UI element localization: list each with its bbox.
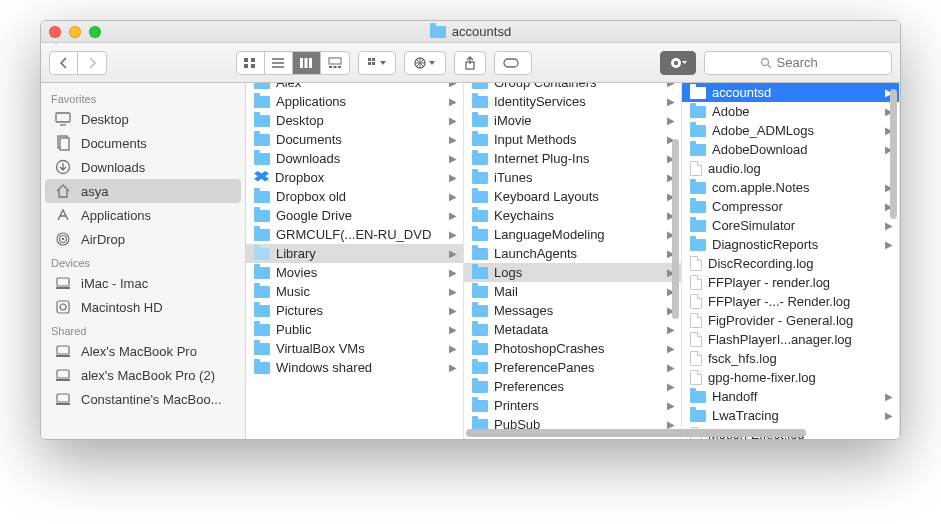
list-item[interactable]: Desktop▶ — [246, 111, 463, 130]
arrange-button[interactable] — [359, 52, 395, 74]
list-item[interactable]: iMovie▶ — [464, 111, 681, 130]
folder-icon — [472, 381, 488, 393]
list-item[interactable]: CoreSimulator▶ — [682, 216, 899, 235]
search-input[interactable] — [777, 55, 837, 70]
list-item[interactable]: Dropbox▶ — [246, 168, 463, 187]
folder-icon — [254, 343, 270, 355]
vertical-scrollbar[interactable] — [890, 89, 897, 425]
list-item[interactable]: gpg-home-fixer.log — [682, 368, 899, 387]
search-icon — [760, 57, 772, 69]
list-item[interactable]: IdentityServices▶ — [464, 92, 681, 111]
list-item[interactable]: Handoff▶ — [682, 387, 899, 406]
folder-icon — [472, 134, 488, 146]
list-item[interactable]: Adobe_ADMLogs▶ — [682, 121, 899, 140]
list-item[interactable]: FFPlayer -...- Render.log — [682, 292, 899, 311]
list-item[interactable]: Windows shared▶ — [246, 358, 463, 377]
back-button[interactable] — [50, 52, 78, 74]
list-item[interactable]: Music▶ — [246, 282, 463, 301]
list-item[interactable]: DiagnosticReports▶ — [682, 235, 899, 254]
sidebar-item-imac-imac[interactable]: iMac - Imac — [41, 271, 245, 295]
sidebar-item-macintosh-hd[interactable]: Macintosh HD — [41, 295, 245, 319]
zoom-button[interactable] — [89, 26, 101, 38]
list-item[interactable]: Internet Plug-Ins▶ — [464, 149, 681, 168]
svg-rect-25 — [56, 113, 70, 122]
list-item[interactable]: Downloads▶ — [246, 149, 463, 168]
svg-rect-2 — [244, 64, 248, 68]
view-list-button[interactable] — [265, 52, 293, 74]
horizontal-scrollbar[interactable] — [456, 429, 890, 437]
list-item[interactable]: Applications▶ — [246, 92, 463, 111]
list-item[interactable]: PreferencePanes▶ — [464, 358, 681, 377]
list-item[interactable]: Public▶ — [246, 320, 463, 339]
list-item[interactable]: Messages▶ — [464, 301, 681, 320]
list-item[interactable]: Input Methods▶ — [464, 130, 681, 149]
list-item[interactable]: VirtualBox VMs▶ — [246, 339, 463, 358]
list-item[interactable]: Pictures▶ — [246, 301, 463, 320]
action-menu-button[interactable] — [405, 52, 445, 74]
list-item[interactable]: PhotoshopCrashes▶ — [464, 339, 681, 358]
list-item[interactable]: audio.log — [682, 159, 899, 178]
vertical-scrollbar[interactable] — [672, 89, 679, 425]
list-item[interactable]: GRMCULF(...EN-RU_DVD▶ — [246, 225, 463, 244]
file-icon — [690, 313, 702, 328]
list-item[interactable]: Keyboard Layouts▶ — [464, 187, 681, 206]
list-item[interactable]: Mail▶ — [464, 282, 681, 301]
sidebar-item-downloads[interactable]: Downloads — [41, 155, 245, 179]
sidebar-item-alex-s-macbook-pro[interactable]: Alex's MacBook Pro — [41, 339, 245, 363]
folder-icon — [472, 210, 488, 222]
list-item[interactable]: Adobe▶ — [682, 102, 899, 121]
close-button[interactable] — [49, 26, 61, 38]
sidebar-item-documents[interactable]: Documents — [41, 131, 245, 155]
list-item[interactable]: Dropbox old▶ — [246, 187, 463, 206]
list-item-label: Dropbox — [275, 170, 443, 185]
list-item[interactable]: Keychains▶ — [464, 206, 681, 225]
list-item[interactable]: LaunchAgents▶ — [464, 244, 681, 263]
list-item[interactable]: Documents▶ — [246, 130, 463, 149]
list-item[interactable]: Preferences▶ — [464, 377, 681, 396]
titlebar[interactable]: accountsd — [41, 21, 900, 43]
view-gallery-button[interactable] — [321, 52, 349, 74]
sidebar-item-constantine-s-macboo-[interactable]: Constantine's MacBoo... — [41, 387, 245, 411]
list-item[interactable]: iTunes▶ — [464, 168, 681, 187]
list-item[interactable]: Library▶ — [246, 244, 463, 263]
list-item[interactable]: FlashPlayerI...anager.log — [682, 330, 899, 349]
list-item[interactable]: Compressor▶ — [682, 197, 899, 216]
list-item[interactable]: fsck_hfs.log — [682, 349, 899, 368]
list-item[interactable]: accountsd▶ — [682, 83, 899, 102]
folder-icon — [690, 239, 706, 251]
list-item[interactable]: DiscRecording.log — [682, 254, 899, 273]
view-columns-button[interactable] — [293, 52, 321, 74]
share-button[interactable] — [454, 51, 486, 75]
svg-rect-20 — [504, 59, 518, 67]
tags-button[interactable] — [494, 51, 532, 75]
list-item[interactable]: Movies▶ — [246, 263, 463, 282]
sidebar-item-airdrop[interactable]: AirDrop — [41, 227, 245, 251]
sidebar-item-desktop[interactable]: Desktop — [41, 107, 245, 131]
minimize-button[interactable] — [69, 26, 81, 38]
forward-button[interactable] — [78, 52, 106, 74]
view-icons-button[interactable] — [237, 52, 265, 74]
list-item[interactable]: Google Drive▶ — [246, 206, 463, 225]
sidebar-item-applications[interactable]: Applications — [41, 203, 245, 227]
list-item-label: DiagnosticReports — [712, 237, 879, 252]
sidebar-item-asya[interactable]: asya — [45, 179, 241, 203]
sidebar-item-label: alex's MacBook Pro (2) — [81, 368, 215, 383]
chevron-right-icon: ▶ — [449, 134, 457, 145]
sidebar-item-alex-s-macbook-pro-2-[interactable]: alex's MacBook Pro (2) — [41, 363, 245, 387]
svg-rect-13 — [338, 66, 341, 68]
list-item[interactable]: FigProvider - General.log — [682, 311, 899, 330]
search-field[interactable] — [704, 51, 892, 75]
list-item[interactable]: Metadata▶ — [464, 320, 681, 339]
list-item[interactable]: Logs▶ — [464, 263, 681, 282]
list-item[interactable]: FFPlayer - render.log — [682, 273, 899, 292]
list-item[interactable]: Group Containers▶ — [464, 83, 681, 92]
list-item[interactable]: AdobeDownload▶ — [682, 140, 899, 159]
list-item[interactable]: LanguageModeling▶ — [464, 225, 681, 244]
list-item[interactable]: com.apple.Notes▶ — [682, 178, 899, 197]
applications-icon — [55, 207, 73, 223]
list-item[interactable]: Printers▶ — [464, 396, 681, 415]
list-item[interactable]: Alex▶ — [246, 83, 463, 92]
dropbox-smartsync-button[interactable] — [660, 51, 696, 75]
list-item-label: PreferencePanes — [494, 360, 661, 375]
list-item[interactable]: LwaTracing▶ — [682, 406, 899, 425]
